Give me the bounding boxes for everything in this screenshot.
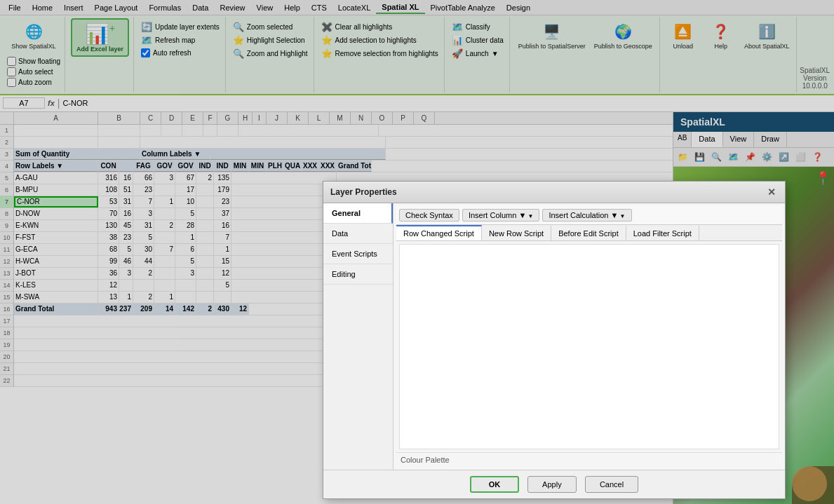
panel-btn-folder[interactable]: 📁: [675, 149, 690, 165]
cell-reference[interactable]: A7: [3, 97, 45, 109]
cell-k-les[interactable]: K-LES: [14, 280, 98, 291]
dialog-nav-event-scripts[interactable]: Event Scripts: [323, 244, 393, 264]
table-row[interactable]: [14, 137, 673, 149]
cell-e-kwn-a[interactable]: 130: [98, 220, 119, 231]
cell-e-kwn[interactable]: E-KWN: [14, 220, 98, 231]
cell-gov2-header[interactable]: GOV: [175, 161, 196, 172]
map-locate-icon[interactable]: 📍: [815, 170, 830, 186]
insert-column-button[interactable]: Insert Column ▼: [462, 209, 540, 222]
zoom-highlight-button[interactable]: 🔍 Zoom and Highlight: [231, 48, 309, 60]
cell-a-gau-e[interactable]: 67: [175, 172, 196, 184]
menu-file[interactable]: File: [3, 2, 27, 13]
classify-button[interactable]: 🗺️ Classify: [450, 21, 505, 33]
cell-b-mpu-d[interactable]: [154, 184, 175, 196]
formula-input[interactable]: [62, 99, 831, 107]
col-g-header[interactable]: G: [217, 112, 238, 125]
check-syntax-button[interactable]: Check Syntax: [399, 209, 459, 222]
cell-m-swa-f[interactable]: [196, 292, 214, 303]
cell-fag-header[interactable]: FAG: [133, 161, 154, 172]
cell-g-eca-a[interactable]: 68: [98, 244, 119, 255]
tab-data[interactable]: Data: [692, 132, 722, 147]
cell-d-now-a[interactable]: 70: [98, 208, 119, 219]
cell-empty-17[interactable]: [14, 315, 365, 327]
col-b-header[interactable]: B: [98, 112, 140, 125]
cell-rest3[interactable]: [210, 149, 386, 160]
cell-blank-header[interactable]: [119, 161, 133, 172]
cell-con-header[interactable]: CON: [98, 161, 119, 172]
cell-a-gau[interactable]: A-GAU: [14, 172, 98, 184]
cell-j-bot-e[interactable]: 3: [175, 268, 196, 279]
dialog-close-button[interactable]: ✕: [765, 186, 778, 198]
apply-button[interactable]: Apply: [527, 476, 577, 493]
cell-c-nor-c[interactable]: 7: [133, 196, 154, 207]
cell-b2[interactable]: [98, 137, 140, 148]
cell-grand-total-a[interactable]: 943: [98, 304, 119, 315]
auto-zoom-input[interactable]: [7, 78, 16, 87]
cell-j-bot-c[interactable]: 2: [133, 268, 154, 279]
tab-view[interactable]: View: [723, 132, 755, 147]
cell-g-eca[interactable]: G-ECA: [14, 244, 98, 255]
menu-page-layout[interactable]: Page Layout: [89, 2, 144, 13]
cell-j-bot[interactable]: J-BOT: [14, 268, 98, 279]
menu-cts[interactable]: CTS: [306, 2, 332, 13]
menu-view[interactable]: View: [251, 2, 279, 13]
menu-help[interactable]: Help: [278, 2, 306, 13]
cell-a-gau-f[interactable]: 2: [196, 172, 214, 184]
cell-d-now-f[interactable]: [196, 208, 214, 219]
show-floating-checkbox[interactable]: Show floating: [7, 57, 60, 66]
cell-c-nor-rest[interactable]: [231, 196, 337, 207]
cell-a2[interactable]: [14, 137, 98, 148]
panel-btn-pin[interactable]: 📌: [742, 149, 758, 165]
cell-m-swa-e[interactable]: [175, 292, 196, 303]
cell-xxx2-header[interactable]: XXX: [319, 161, 337, 172]
cell-h-wca-d[interactable]: [154, 256, 175, 267]
col-j-header[interactable]: J: [267, 112, 288, 125]
menu-pivottable[interactable]: PivotTable Analyze: [425, 2, 501, 13]
col-c-header[interactable]: C: [140, 112, 161, 125]
cell-f-fst-e[interactable]: 1: [175, 232, 196, 243]
menu-review[interactable]: Review: [214, 2, 250, 13]
cell-grand-total-b[interactable]: 237: [119, 304, 133, 315]
cell-d-now-g[interactable]: 37: [214, 208, 231, 219]
col-n-header[interactable]: N: [351, 112, 372, 125]
cell-empty-20[interactable]: [14, 351, 365, 362]
zoom-selected-button[interactable]: 🔍 Zoom selected: [231, 21, 309, 33]
cell-c-nor-b[interactable]: 31: [119, 196, 133, 207]
tab-new-row[interactable]: New Row Script: [482, 225, 551, 240]
dialog-nav-data[interactable]: Data: [323, 224, 393, 244]
insert-calculation-button[interactable]: Insert Calculation ▼: [542, 209, 631, 222]
panel-btn-question[interactable]: ❓: [809, 149, 825, 165]
table-row[interactable]: Sum of Quantity Column Labels ▼: [14, 149, 673, 161]
table-row[interactable]: [14, 125, 673, 137]
cell-k-les-b[interactable]: [119, 280, 133, 291]
cell-h-wca-rest[interactable]: [231, 256, 337, 267]
cell-j-bot-g[interactable]: 12: [214, 268, 231, 279]
cell-b-mpu-rest[interactable]: [231, 184, 337, 196]
unload-button[interactable]: ⏏️ Unload: [666, 18, 701, 53]
cell-e-kwn-g[interactable]: 16: [214, 220, 231, 231]
refresh-map-button[interactable]: 🗺️ Refresh map: [140, 34, 221, 46]
auto-refresh-checkbox-action[interactable]: Auto refresh: [140, 48, 221, 58]
add-excel-layer-button[interactable]: 📊+ Add Excel layer: [71, 18, 129, 57]
cell-column-labels[interactable]: Column Labels ▼: [140, 149, 210, 160]
col-l-header[interactable]: L: [309, 112, 330, 125]
cell-grand-total-h[interactable]: 12: [231, 304, 249, 315]
cell-e-kwn-d[interactable]: 2: [154, 220, 175, 231]
cell-b-mpu-b[interactable]: 51: [119, 184, 133, 196]
cell-b-mpu-c[interactable]: 23: [133, 184, 154, 196]
menu-data[interactable]: Data: [187, 2, 214, 13]
cell-d-now-c[interactable]: 3: [133, 208, 154, 219]
panel-btn-save[interactable]: 💾: [692, 149, 707, 165]
cell-empty-18[interactable]: [14, 327, 365, 339]
script-editor[interactable]: [399, 244, 779, 449]
menu-locatexl[interactable]: LocateXL: [332, 2, 376, 13]
menu-formulas[interactable]: Formulas: [143, 2, 187, 13]
cell-b-mpu[interactable]: B-MPU: [14, 184, 98, 196]
cell-h-wca-f[interactable]: [196, 256, 214, 267]
cell-empty-21[interactable]: [14, 363, 365, 374]
cell-f-fst-rest[interactable]: [231, 232, 337, 243]
cell-h-wca-b[interactable]: 46: [119, 256, 133, 267]
col-o-header[interactable]: O: [372, 112, 393, 125]
auto-select-input[interactable]: [7, 67, 16, 76]
ok-button[interactable]: OK: [470, 476, 519, 493]
